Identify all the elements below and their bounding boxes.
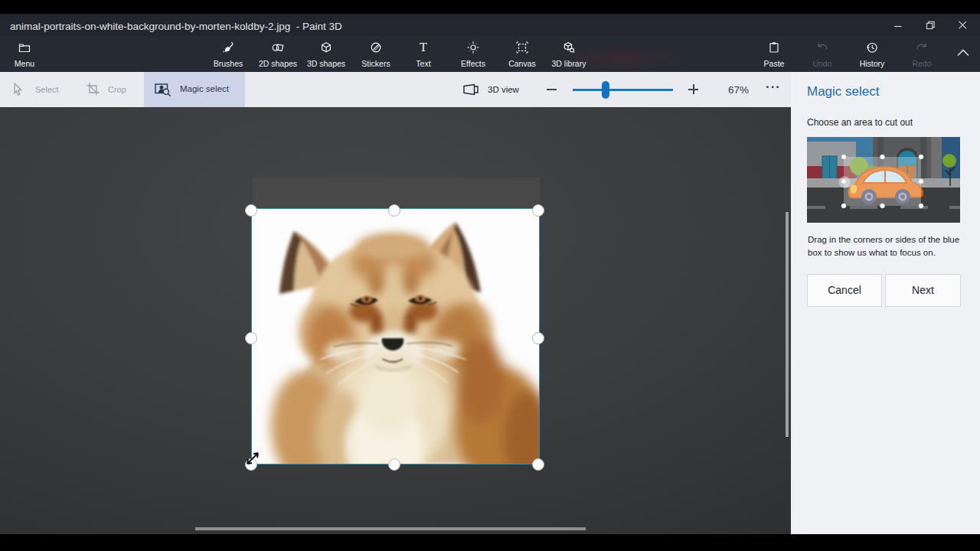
svg-text:T: T [420,41,427,54]
